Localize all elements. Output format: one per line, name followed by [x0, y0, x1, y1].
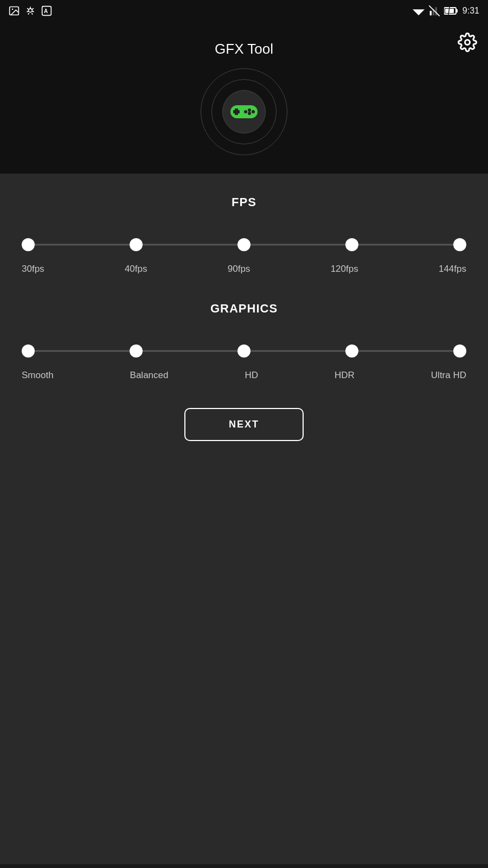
settings-icon[interactable] — [458, 33, 477, 52]
gallery-icon — [9, 5, 20, 16]
graphics-label-2: HD — [245, 370, 258, 381]
fps-label-4: 144fps — [439, 264, 466, 275]
status-time: 9:31 — [463, 6, 479, 16]
graphics-slider[interactable] — [22, 337, 466, 365]
gamepad-icon — [228, 101, 260, 123]
bug-icon — [25, 5, 36, 16]
fps-dot-3[interactable] — [345, 238, 358, 251]
next-button-container: NEXT — [22, 408, 466, 441]
bottom-area — [0, 484, 488, 864]
controller-logo — [201, 68, 287, 155]
fps-label-2: 90fps — [228, 264, 251, 275]
svg-rect-6 — [430, 11, 432, 15]
fps-dot-1[interactable] — [130, 238, 143, 251]
graphics-dot-0[interactable] — [22, 344, 35, 358]
svg-point-14 — [465, 40, 470, 45]
fps-label-0: 30fps — [22, 264, 44, 275]
svg-line-13 — [448, 7, 450, 15]
fps-dot-0[interactable] — [22, 238, 35, 251]
graphics-label-4: Ultra HD — [431, 370, 466, 381]
svg-point-20 — [248, 112, 251, 115]
status-bar-left: A — [9, 5, 52, 16]
signal-crossed-icon — [429, 5, 440, 16]
svg-marker-5 — [413, 9, 425, 15]
graphics-section: GRAPHICS Smooth Balanced HD HDR Ultra HD — [22, 302, 466, 381]
fps-section: FPS 30fps 40fps 90fps 120fps 144fps — [22, 195, 466, 275]
svg-text:A: A — [44, 8, 48, 14]
fps-labels: 30fps 40fps 90fps 120fps 144fps — [22, 264, 466, 275]
svg-rect-8 — [435, 7, 437, 15]
svg-point-1 — [12, 9, 13, 10]
fps-label-3: 120fps — [331, 264, 358, 275]
graphics-dot-3[interactable] — [345, 344, 358, 358]
svg-point-2 — [29, 9, 33, 12]
graphics-dot-4[interactable] — [453, 344, 466, 358]
fps-dot-2[interactable] — [237, 238, 251, 251]
fps-dot-4[interactable] — [453, 238, 466, 251]
status-bar: A 9:31 — [0, 0, 488, 22]
main-content: FPS 30fps 40fps 90fps 120fps 144fps GRAP… — [0, 174, 488, 484]
fps-slider[interactable] — [22, 231, 466, 258]
svg-rect-11 — [456, 9, 458, 12]
graphics-title: GRAPHICS — [22, 302, 466, 316]
svg-point-18 — [248, 108, 251, 112]
svg-point-21 — [244, 110, 247, 113]
status-bar-right: 9:31 — [413, 5, 479, 16]
app-title: GFX Tool — [215, 41, 273, 58]
text-icon: A — [41, 5, 52, 16]
graphics-labels: Smooth Balanced HD HDR Ultra HD — [22, 370, 466, 381]
graphics-label-0: Smooth — [22, 370, 54, 381]
battery-icon — [444, 7, 458, 15]
svg-rect-17 — [235, 108, 238, 115]
graphics-dot-2[interactable] — [237, 344, 251, 358]
svg-point-19 — [252, 110, 255, 113]
next-button[interactable]: NEXT — [184, 408, 304, 441]
fps-title: FPS — [22, 195, 466, 209]
fps-label-1: 40fps — [125, 264, 147, 275]
graphics-label-1: Balanced — [130, 370, 169, 381]
app-header: GFX Tool — [0, 22, 488, 174]
graphics-dot-1[interactable] — [130, 344, 143, 358]
graphics-label-3: HDR — [335, 370, 355, 381]
wifi-icon — [413, 6, 425, 16]
